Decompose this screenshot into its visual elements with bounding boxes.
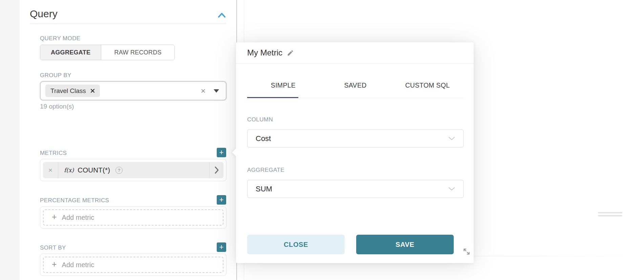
aggregate-label: AGGREGATE <box>247 167 284 173</box>
remove-metric-icon[interactable]: × <box>43 162 58 178</box>
percentage-metrics-label: PERCENTAGE METRICS <box>40 197 109 204</box>
resize-handle[interactable] <box>598 212 622 213</box>
chevron-down-icon <box>448 187 455 191</box>
popover-arrow <box>232 148 240 156</box>
group-by-chip[interactable]: Travel Class <box>45 85 100 97</box>
query-mode-raw-records-button[interactable]: RAW RECORDS <box>101 45 174 60</box>
metric-tabs: SIMPLE SAVED CUSTOM SQL <box>247 64 464 98</box>
edit-name-pencil-icon[interactable] <box>287 49 294 56</box>
metric-pill-body[interactable]: f(x) COUNT(*) ? <box>58 166 209 174</box>
chip-label: Travel Class <box>50 87 86 95</box>
tab-label: SAVED <box>344 81 366 89</box>
query-mode-aggregate-button[interactable]: AGGREGATE <box>40 45 101 60</box>
function-icon: f(x) <box>64 167 74 173</box>
query-mode-toggle: AGGREGATE RAW RECORDS <box>40 45 175 60</box>
left-gutter <box>0 0 20 280</box>
plus-icon: + <box>52 212 57 222</box>
tab-saved[interactable]: SAVED <box>319 64 391 98</box>
column-select[interactable]: Cost <box>247 130 464 147</box>
resize-handle[interactable] <box>598 215 622 216</box>
metrics-label: METRICS <box>40 150 67 157</box>
tab-label: CUSTOM SQL <box>405 81 450 89</box>
metric-label: COUNT(*) <box>78 166 110 174</box>
group-by-label: GROUP BY <box>40 72 71 79</box>
resize-expand-icon[interactable] <box>462 247 471 256</box>
add-percentage-metric-button[interactable]: + <box>217 195 226 205</box>
tab-label: SIMPLE <box>271 81 296 89</box>
chip-remove-icon[interactable] <box>90 89 95 93</box>
group-by-options-count: 19 option(s) <box>40 103 74 110</box>
tab-simple[interactable]: SIMPLE <box>247 64 319 98</box>
aggregate-value: SUM <box>256 185 272 193</box>
popover-header: My Metric <box>247 42 464 63</box>
section-divider <box>30 24 226 24</box>
column-value: Cost <box>256 134 271 143</box>
chevron-down-icon <box>448 137 455 140</box>
metric-edit-popover: My Metric SIMPLE SAVED CUSTOM SQL COLUMN… <box>236 42 474 263</box>
percentage-metrics-container: + Add metric <box>40 206 227 229</box>
tab-custom-sql[interactable]: CUSTOM SQL <box>391 64 464 98</box>
metrics-container: × f(x) COUNT(*) ? <box>40 159 227 181</box>
add-metric-placeholder: Add metric <box>62 261 94 269</box>
sort-by-container: + Add metric <box>40 254 227 276</box>
caret-down-icon[interactable] <box>214 89 219 93</box>
query-section-title: Query <box>30 8 58 20</box>
add-sort-by-dropzone[interactable]: + Add metric <box>43 257 223 273</box>
group-by-select[interactable]: Travel Class × <box>40 81 227 100</box>
add-percentage-metric-dropzone[interactable]: + Add metric <box>43 209 223 226</box>
add-metric-placeholder: Add metric <box>62 214 94 221</box>
sort-by-label: SORT BY <box>40 244 66 251</box>
close-button[interactable]: CLOSE <box>247 235 345 254</box>
column-label: COLUMN <box>247 116 273 123</box>
clear-select-icon[interactable]: × <box>201 87 206 95</box>
plus-icon: + <box>52 259 57 269</box>
add-metric-button[interactable]: + <box>217 148 226 157</box>
metric-pill[interactable]: × f(x) COUNT(*) ? <box>43 162 223 178</box>
collapse-section-icon[interactable] <box>217 11 227 20</box>
chart-builder-screen: Query QUERY MODE AGGREGATE RAW RECORDS G… <box>0 0 644 280</box>
save-button[interactable]: SAVE <box>356 235 454 254</box>
popover-title: My Metric <box>247 48 282 57</box>
chevron-right-icon[interactable] <box>209 162 223 178</box>
query-mode-label: QUERY MODE <box>40 35 81 42</box>
help-icon: ? <box>115 167 123 174</box>
aggregate-select[interactable]: SUM <box>247 180 464 198</box>
add-sort-by-button[interactable]: + <box>217 242 226 252</box>
